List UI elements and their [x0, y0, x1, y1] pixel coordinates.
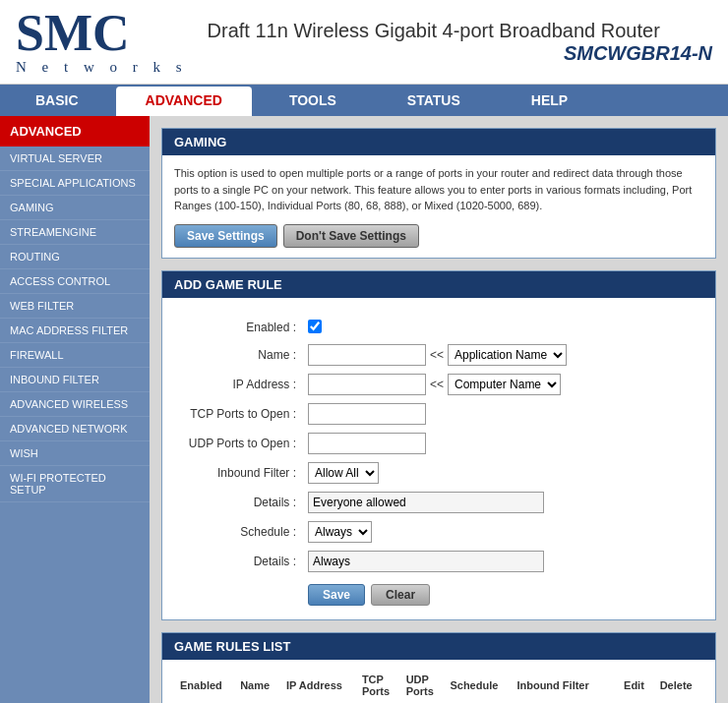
sidebar-item-mac-address-filter[interactable]: MAC ADDRESS FILTER	[0, 319, 150, 343]
rules-table-header-row: Enabled Name IP Address TCPPorts UDPPort…	[174, 670, 703, 701]
name-arrow: <<	[430, 348, 444, 362]
nav-advanced[interactable]: ADVANCED	[116, 87, 252, 116]
col-spacer	[605, 670, 618, 701]
ip-address-input[interactable]	[308, 374, 426, 395]
inbound-details-row: Details :	[174, 488, 703, 517]
enabled-row: Enabled :	[174, 316, 703, 340]
schedule-cell: Always	[302, 517, 703, 547]
tcp-ports-row: TCP Ports to Open :	[174, 399, 703, 429]
udp-ports-row: UDP Ports to Open :	[174, 429, 703, 458]
page-header: SMC N e t w o r k s Draft 11n Wireless G…	[0, 0, 728, 85]
gaming-description: This option is used to open multiple por…	[174, 165, 703, 214]
col-schedule: Schedule	[444, 670, 511, 701]
ip-address-row: IP Address : << Computer Name	[174, 370, 703, 399]
tcp-ports-input[interactable]	[308, 403, 426, 425]
sidebar: ADVANCED VIRTUAL SERVER SPECIAL APPLICAT…	[0, 116, 150, 703]
sidebar-item-streamengine[interactable]: STREAMENGINE	[0, 220, 150, 245]
save-spacer	[174, 576, 302, 610]
game-rules-list-header: GAME RULES LIST	[162, 633, 715, 660]
name-input[interactable]	[308, 344, 426, 366]
enabled-cell	[302, 316, 703, 340]
col-delete: Delete	[654, 670, 703, 701]
gaming-section: GAMING This option is used to open multi…	[161, 128, 716, 259]
col-tcp: TCPPorts	[356, 670, 400, 701]
sidebar-item-inbound-filter[interactable]: INBOUND FILTER	[0, 368, 150, 392]
tcp-ports-label: TCP Ports to Open :	[174, 399, 302, 429]
sidebar-header: ADVANCED	[0, 116, 150, 146]
col-udp: UDPPorts	[400, 670, 445, 701]
save-row: Save Clear	[174, 576, 703, 610]
schedule-select[interactable]: Always	[308, 521, 372, 543]
top-navigation: BASIC ADVANCED TOOLS STATUS HELP	[0, 85, 728, 116]
gaming-section-header: GAMING	[162, 129, 715, 155]
udp-ports-label: UDP Ports to Open :	[174, 429, 302, 458]
content-area: GAMING This option is used to open multi…	[150, 116, 728, 703]
game-rules-list-body: Enabled Name IP Address TCPPorts UDPPort…	[162, 660, 715, 704]
schedule-details-label: Details :	[174, 547, 302, 576]
save-rule-button[interactable]: Save	[308, 584, 365, 606]
nav-basic[interactable]: BASIC	[0, 85, 114, 116]
schedule-label: Schedule :	[174, 517, 302, 547]
header-text: Draft 11n Wireless Gigabit 4-port Broadb…	[208, 20, 712, 65]
game-rules-list-section: GAME RULES LIST Enabled Name IP Address …	[161, 632, 716, 704]
save-cell: Save Clear	[302, 576, 703, 610]
col-inbound-filter: Inbound Filter	[511, 670, 604, 701]
header-model: SMCWGBR14-N	[208, 42, 712, 65]
sidebar-item-advanced-network[interactable]: ADVANCED NETWORK	[0, 417, 150, 441]
ip-address-label: IP Address :	[174, 370, 302, 399]
name-label: Name :	[174, 340, 302, 370]
inbound-filter-row: Inbound Filter : Allow All	[174, 458, 703, 488]
logo-smc: SMC	[16, 8, 130, 59]
clear-rule-button[interactable]: Clear	[371, 584, 430, 606]
name-row: Name : << Application Name	[174, 340, 703, 370]
sidebar-item-web-filter[interactable]: WEB FILTER	[0, 294, 150, 319]
sidebar-item-wifi-protected-setup[interactable]: WI-FI PROTECTED SETUP	[0, 466, 150, 502]
nav-tools[interactable]: TOOLS	[254, 85, 372, 116]
main-layout: ADVANCED VIRTUAL SERVER SPECIAL APPLICAT…	[0, 116, 728, 703]
computer-name-select[interactable]: Computer Name	[448, 374, 561, 395]
nav-help[interactable]: HELP	[496, 85, 603, 116]
enabled-checkbox[interactable]	[308, 320, 322, 333]
inbound-details-label: Details :	[174, 488, 302, 517]
inbound-filter-select[interactable]: Allow All	[308, 462, 379, 484]
rules-table: Enabled Name IP Address TCPPorts UDPPort…	[174, 670, 703, 704]
logo-networks: N e t w o r k s	[16, 59, 188, 76]
sidebar-item-virtual-server[interactable]: VIRTUAL SERVER	[0, 146, 150, 171]
nav-status[interactable]: STATUS	[372, 85, 496, 116]
gaming-section-body: This option is used to open multiple por…	[162, 155, 715, 258]
schedule-details-cell	[302, 547, 703, 576]
add-game-rule-header: ADD GAME RULE	[162, 271, 715, 298]
logo-area: SMC N e t w o r k s	[16, 8, 188, 76]
ip-arrow: <<	[430, 378, 444, 391]
inbound-details-input	[308, 492, 544, 513]
header-title: Draft 11n Wireless Gigabit 4-port Broadb…	[208, 20, 712, 42]
sidebar-item-routing[interactable]: ROUTING	[0, 245, 150, 269]
inbound-filter-label: Inbound Filter :	[174, 458, 302, 488]
enabled-label: Enabled :	[174, 316, 302, 340]
schedule-row: Schedule : Always	[174, 517, 703, 547]
ip-address-cell: << Computer Name	[302, 370, 703, 399]
inbound-filter-cell: Allow All	[302, 458, 703, 488]
gaming-button-group: Save Settings Don't Save Settings	[174, 224, 703, 248]
add-game-rule-section: ADD GAME RULE Enabled : Name :	[161, 270, 716, 620]
save-settings-button[interactable]: Save Settings	[174, 224, 277, 248]
sidebar-item-firewall[interactable]: FIREWALL	[0, 343, 150, 368]
sidebar-item-special-applications[interactable]: SPECIAL APPLICATIONS	[0, 171, 150, 196]
col-name: Name	[234, 670, 280, 701]
name-cell: << Application Name	[302, 340, 703, 370]
col-ip: IP Address	[280, 670, 356, 701]
udp-ports-input[interactable]	[308, 433, 426, 454]
sidebar-item-wish[interactable]: WISH	[0, 441, 150, 466]
dont-save-settings-button[interactable]: Don't Save Settings	[283, 224, 419, 248]
sidebar-item-gaming[interactable]: GAMING	[0, 196, 150, 220]
application-name-select[interactable]: Application Name	[448, 344, 567, 366]
sidebar-item-advanced-wireless[interactable]: ADVANCED WIRELESS	[0, 392, 150, 417]
game-rule-form: Enabled : Name : << Applicati	[174, 316, 703, 610]
schedule-details-input	[308, 551, 544, 572]
tcp-ports-cell	[302, 399, 703, 429]
udp-ports-cell	[302, 429, 703, 458]
sidebar-item-access-control[interactable]: ACCESS CONTROL	[0, 269, 150, 294]
schedule-details-row: Details :	[174, 547, 703, 576]
col-enabled: Enabled	[174, 670, 234, 701]
inbound-details-cell	[302, 488, 703, 517]
